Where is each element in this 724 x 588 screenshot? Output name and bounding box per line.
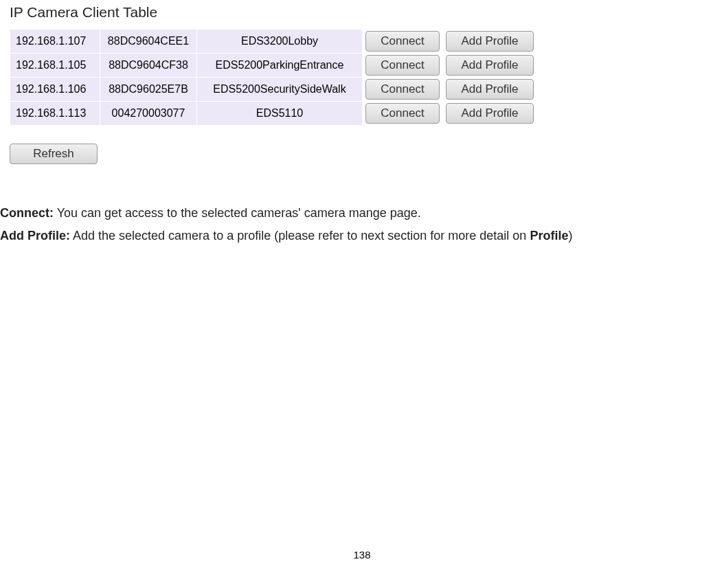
add-profile-cell: Add Profile <box>443 102 536 125</box>
connect-cell: Connect <box>363 78 442 101</box>
addprofile-term: Add Profile: <box>0 229 70 242</box>
add-profile-cell: Add Profile <box>443 30 536 53</box>
connect-cell: Connect <box>363 102 442 125</box>
ip-cell: 192.168.1.105 <box>10 54 100 77</box>
ip-cell: 192.168.1.106 <box>10 78 100 101</box>
table-row: 192.168.1.113004270003077EDS5110ConnectA… <box>10 102 536 125</box>
page-number: 138 <box>0 549 724 561</box>
mac-cell: 88DC96025E7B <box>100 78 196 101</box>
camera-name-cell: EDS5200ParkingEntrance <box>197 54 362 77</box>
connect-button[interactable]: Connect <box>365 31 440 52</box>
connect-term: Connect: <box>0 206 54 220</box>
camera-name-cell: EDS5200SecuritySideWalk <box>197 78 362 101</box>
ip-cell: 192.168.1.113 <box>10 102 100 125</box>
camera-table-container: 192.168.1.10788DC9604CEE1EDS3200LobbyCon… <box>0 29 724 126</box>
connect-description: Connect: You can get access to the selec… <box>0 203 724 224</box>
connect-text: You can get access to the selected camer… <box>54 206 421 220</box>
add-profile-button[interactable]: Add Profile <box>446 31 534 52</box>
add-profile-cell: Add Profile <box>443 78 536 101</box>
ip-cell: 192.168.1.107 <box>10 30 100 53</box>
connect-button[interactable]: Connect <box>365 103 440 124</box>
mac-cell: 88DC9604CF38 <box>100 54 196 77</box>
addprofile-description: Add Profile: Add the selected camera to … <box>0 225 724 247</box>
addprofile-text1: Add the selected camera to a profile (pl… <box>70 229 530 242</box>
refresh-area: Refresh <box>0 126 724 164</box>
add-profile-button[interactable]: Add Profile <box>446 55 534 76</box>
description-section: Connect: You can get access to the selec… <box>0 164 724 246</box>
table-row: 192.168.1.10688DC96025E7BEDS5200Security… <box>10 78 536 101</box>
connect-cell: Connect <box>363 30 442 53</box>
addprofile-bold: Profile <box>530 229 568 242</box>
page-title: IP Camera Client Table <box>0 0 724 29</box>
table-row: 192.168.1.10788DC9604CEE1EDS3200LobbyCon… <box>10 30 536 53</box>
mac-cell: 88DC9604CEE1 <box>100 30 196 53</box>
table-row: 192.168.1.10588DC9604CF38EDS5200ParkingE… <box>10 54 536 77</box>
connect-cell: Connect <box>363 54 442 77</box>
connect-button[interactable]: Connect <box>365 55 440 76</box>
camera-table: 192.168.1.10788DC9604CEE1EDS3200LobbyCon… <box>10 29 537 126</box>
mac-cell: 004270003077 <box>100 102 196 125</box>
add-profile-button[interactable]: Add Profile <box>446 79 534 100</box>
camera-name-cell: EDS3200Lobby <box>197 30 362 53</box>
addprofile-text2: ) <box>568 229 572 242</box>
camera-name-cell: EDS5110 <box>197 102 362 125</box>
add-profile-cell: Add Profile <box>443 54 536 77</box>
connect-button[interactable]: Connect <box>365 79 440 100</box>
add-profile-button[interactable]: Add Profile <box>446 103 534 124</box>
refresh-button[interactable]: Refresh <box>10 144 98 164</box>
